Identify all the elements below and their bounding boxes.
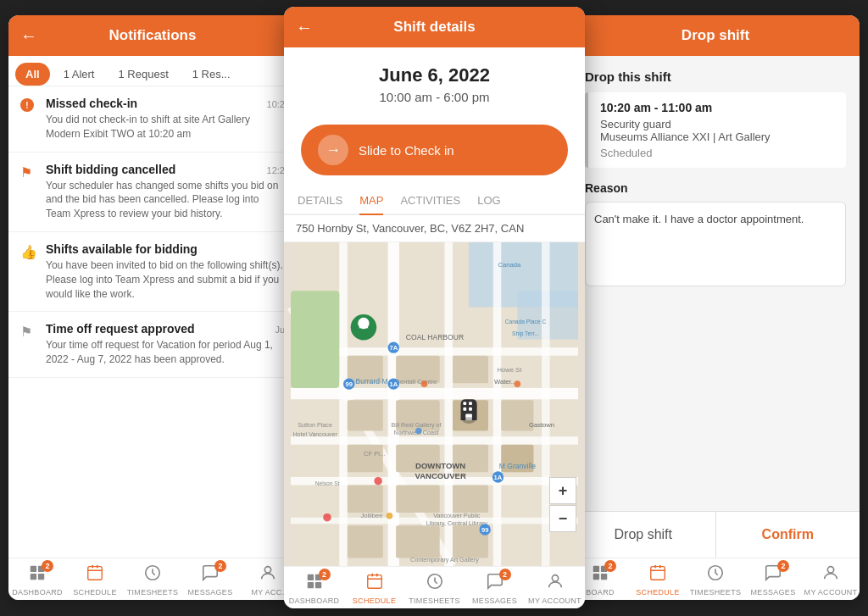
nav-board-label: BOARD	[586, 588, 615, 597]
svg-point-95	[552, 575, 558, 581]
reason-label: Reason	[585, 181, 846, 195]
svg-rect-65	[469, 408, 472, 411]
shift-details-back-button[interactable]: ←	[296, 18, 313, 37]
nav-messages-label: MESSAGES	[472, 597, 517, 605]
nav-timesheets[interactable]: TIMESHEETS	[124, 563, 181, 597]
notifications-back-button[interactable]: ←	[20, 26, 37, 46]
drop-shift-time: 10:20 am - 11:00 am	[600, 101, 834, 114]
shift-time-range: 10:00 am - 6:00 pm	[298, 90, 571, 104]
nav-dashboard[interactable]: 2 DASHBOARD	[284, 572, 344, 605]
svg-point-85	[387, 513, 393, 519]
svg-text:Library, Central Library: Library, Central Library	[426, 520, 488, 527]
map-svg: COAL HARBOUR Canada Canada Place C Ship …	[284, 242, 585, 566]
svg-rect-87	[307, 574, 313, 580]
svg-point-86	[515, 380, 521, 387]
tab-all[interactable]: All	[15, 63, 50, 86]
map-container: COAL HARBOUR Canada Canada Place C Ship …	[284, 242, 585, 566]
svg-rect-96	[593, 566, 599, 572]
shift-address: 750 Hornby St, Vancouver, BC, V6Z 2H7, C…	[284, 215, 585, 242]
messages-icon: 2	[764, 563, 782, 586]
nav-timesheets-label: TIMESHEETS	[409, 597, 460, 605]
map-zoom-out-button[interactable]: −	[549, 505, 576, 532]
svg-text:Ship Terr...: Ship Terr...	[512, 330, 539, 337]
nav-myaccount[interactable]: MY ACCOUNT	[525, 572, 585, 605]
notification-item-bidding-cancelled[interactable]: ⚑ Shift bidding cancelled 12:2 Your sche…	[8, 153, 297, 232]
flag-gray-icon: ⚑	[20, 324, 37, 367]
tab-request[interactable]: 1 Request	[108, 63, 178, 86]
svg-rect-93	[376, 574, 377, 577]
notification-body: You have been invited to bid on the foll…	[46, 258, 285, 301]
svg-text:Burrard M: Burrard M	[355, 377, 387, 386]
dashboard-icon: 2	[305, 572, 324, 595]
nav-myaccount-label: MY ACCOUNT	[804, 588, 858, 597]
svg-rect-90	[314, 582, 320, 588]
nav-messages[interactable]: 2 MESSAGES	[744, 563, 802, 597]
svg-rect-2	[31, 574, 36, 580]
tab-log[interactable]: LOG	[477, 187, 500, 214]
svg-text:7A: 7A	[389, 344, 398, 352]
svg-text:DOWNTOWN: DOWNTOWN	[415, 461, 465, 470]
notification-item-shifts-bidding[interactable]: 👍 Shifts available for bidding You have …	[8, 232, 297, 312]
shift-details-panel: ← Shift details June 6, 2022 10:00 am - …	[284, 7, 585, 608]
svg-rect-4	[88, 567, 103, 580]
drop-shift-button[interactable]: Drop shift	[571, 512, 716, 558]
tab-activities[interactable]: ACTIVITIES	[400, 187, 460, 214]
notification-item-missed-checkin[interactable]: ! Missed check-in 10:2 You did not check…	[8, 86, 297, 153]
notifications-tabs: All 1 Alert 1 Request 1 Res...	[8, 56, 297, 86]
svg-text:CF Pl...: CF Pl...	[364, 450, 385, 458]
drop-shift-title: Drop shift	[682, 27, 749, 43]
nav-schedule-label: SCHEDULE	[353, 597, 396, 605]
svg-rect-3	[38, 574, 44, 580]
schedule-icon	[86, 563, 104, 586]
tab-alert[interactable]: 1 Alert	[53, 63, 105, 86]
notifications-header: ← Notifications	[8, 15, 297, 56]
checkin-button[interactable]: → Slide to Check in	[301, 125, 568, 175]
confirm-button[interactable]: Confirm	[716, 512, 860, 558]
checkin-label: Slide to Check in	[359, 143, 454, 158]
drop-shift-panel: Drop shift Drop this shift 10:20 am - 11…	[571, 15, 860, 600]
notifications-list: ! Missed check-in 10:2 You did not check…	[8, 86, 297, 558]
notification-content: Time off request approved Ju Your time o…	[46, 322, 285, 367]
tab-res[interactable]: 1 Res...	[182, 63, 241, 86]
svg-text:1A: 1A	[389, 380, 398, 388]
drop-shift-content: Drop this shift 10:20 am - 11:00 am Secu…	[571, 56, 860, 511]
tab-details[interactable]: DETAILS	[298, 187, 342, 214]
myaccount-icon	[546, 572, 565, 595]
timesheets-icon	[426, 572, 444, 595]
nav-dashboard-label: DASHBOARD	[12, 588, 63, 597]
svg-rect-89	[307, 582, 313, 588]
shift-details-title: Shift details	[393, 19, 475, 36]
svg-point-104	[827, 567, 833, 573]
svg-rect-102	[659, 565, 661, 569]
messages-icon: 2	[201, 563, 220, 586]
nav-schedule[interactable]: SCHEDULE	[66, 563, 124, 597]
svg-rect-12	[291, 388, 578, 399]
svg-text:Bill Reid Gallery of: Bill Reid Gallery of	[392, 422, 442, 429]
svg-text:Vancouver Public: Vancouver Public	[433, 513, 481, 519]
notification-item-time-off[interactable]: ⚑ Time off request approved Ju Your time…	[8, 312, 297, 378]
nav-dashboard[interactable]: 2 DASHBOARD	[8, 563, 66, 597]
svg-text:1A: 1A	[494, 474, 503, 481]
nav-messages[interactable]: 2 MESSAGES	[465, 572, 525, 605]
nav-timesheets[interactable]: TIMESHEETS	[687, 563, 744, 597]
nav-schedule[interactable]: SCHEDULE	[629, 563, 687, 597]
svg-rect-62	[463, 402, 466, 405]
nav-timesheets[interactable]: TIMESHEETS	[404, 572, 465, 605]
nav-schedule[interactable]: SCHEDULE	[344, 572, 404, 605]
reason-textarea[interactable]: Can't make it. I have a doctor appointme…	[585, 202, 846, 286]
notification-body: You did not check-in to shift at site Ar…	[46, 113, 285, 142]
drop-shift-status: Scheduled	[600, 147, 834, 159]
myaccount-icon	[259, 563, 277, 586]
drop-shift-bottom-nav: 2 BOARD SCHEDULE TIMESHEETS 2	[571, 558, 860, 600]
notification-content: Missed check-in 10:2 You did not check-i…	[46, 97, 285, 142]
nav-messages[interactable]: 2 MESSAGES	[181, 563, 239, 597]
svg-rect-26	[348, 400, 383, 430]
drop-shift-header: Drop shift	[571, 15, 860, 56]
tab-map[interactable]: MAP	[359, 187, 383, 215]
notification-body: Your time off request for Vacation for p…	[46, 338, 285, 367]
svg-text:Nelson St: Nelson St	[315, 480, 340, 486]
shift-info: June 6, 2022 10:00 am - 6:00 pm	[284, 47, 585, 125]
nav-myaccount[interactable]: MY ACCOUNT	[802, 563, 860, 597]
map-zoom-in-button[interactable]: +	[549, 477, 576, 504]
svg-rect-6	[97, 565, 98, 569]
